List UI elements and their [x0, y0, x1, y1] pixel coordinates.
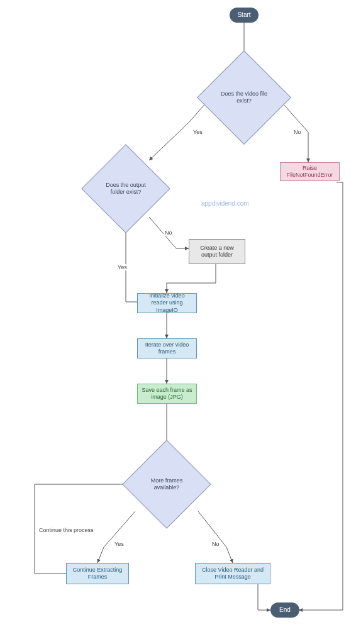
- edge-label-continue: Continue this process: [38, 527, 95, 533]
- edge-label-yes1: Yes: [192, 129, 204, 135]
- iterate-frames-box: Iterate over video frames: [137, 338, 197, 358]
- decision-more-frames-label: More frames available?: [141, 477, 193, 492]
- create-folder-box: Create a new output folder: [189, 239, 245, 264]
- edge-label-yes3: Yes: [113, 541, 125, 547]
- raise-error-box: Raise FileNotFoundError: [280, 162, 340, 181]
- decision-output-exists-label: Does the output folder exist?: [100, 182, 152, 196]
- watermark-text: appdividend.com: [201, 200, 249, 207]
- close-reader-box: Close Video Reader and Print Message: [195, 563, 270, 584]
- edge-label-yes2: Yes: [116, 264, 128, 270]
- decision-output-exists: Does the output folder exist?: [94, 157, 157, 220]
- init-reader-box: Initialize video reader using ImageIO: [137, 293, 197, 313]
- flowchart-edges: [0, 0, 356, 644]
- save-frame-box: Save each frame as image (JPG): [137, 384, 197, 404]
- start-node: Start: [230, 8, 259, 23]
- decision-video-exists-label: Does the video file exist?: [216, 91, 272, 105]
- edge-label-no3: No: [211, 541, 221, 547]
- edge-label-no1: No: [292, 129, 303, 135]
- decision-more-frames: More frames available?: [135, 453, 198, 516]
- continue-extract-box: Continue Extracting Frames: [66, 563, 129, 584]
- end-node: End: [270, 602, 299, 618]
- decision-video-exists: Does the video file exist?: [211, 64, 277, 131]
- edge-label-no2: No: [164, 230, 174, 236]
